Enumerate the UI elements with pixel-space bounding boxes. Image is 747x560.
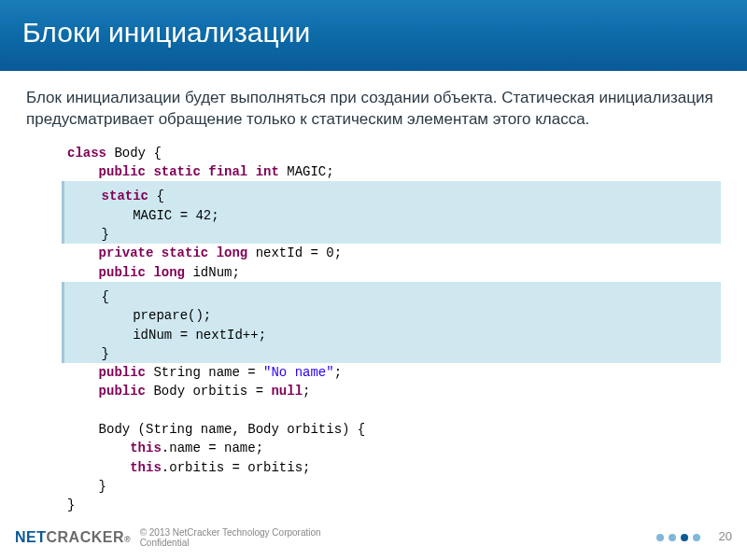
code-line-highlighted: } <box>62 225 721 244</box>
code-line-highlighted: { <box>62 287 721 306</box>
dot-icon <box>693 534 700 541</box>
logo-cracker: CRACKER <box>47 529 125 546</box>
copyright-line2: Confidential <box>140 538 321 548</box>
code-line: this.name = name; <box>67 439 721 457</box>
code-line: class Body { <box>67 144 721 162</box>
slide-title: Блоки инициализации <box>22 17 725 49</box>
dot-icon-active <box>681 534 688 541</box>
intro-text: Блок инициализации будет выполняться при… <box>26 88 721 131</box>
dot-icon <box>656 534 664 541</box>
code-line <box>67 401 721 420</box>
dot-icon <box>669 534 676 541</box>
code-line: } <box>67 477 721 496</box>
code-line: public long idNum; <box>67 263 721 282</box>
code-line-highlighted: prepare(); <box>62 306 721 325</box>
logo-net: NET <box>15 529 47 546</box>
code-line: } <box>67 496 721 514</box>
code-line-highlighted: MAGIC = 42; <box>62 206 721 225</box>
code-line-highlighted: static { <box>62 187 721 205</box>
slide-content: Блок инициализации будет выполняться при… <box>0 71 747 515</box>
logo-registered: ® <box>124 535 131 544</box>
code-line-highlighted: } <box>62 344 721 363</box>
code-line: this.orbitis = orbitis; <box>67 458 721 477</box>
code-line-highlighted: idNum = nextId++; <box>62 326 721 344</box>
code-line: public Body orbitis = null; <box>67 382 721 400</box>
copyright: © 2013 NetCracker Technology Corporation… <box>140 527 321 548</box>
title-bar: Блоки инициализации <box>0 0 747 71</box>
code-line: public static final int MAGIC; <box>67 162 721 181</box>
code-block: class Body { public static final int MAG… <box>26 144 721 515</box>
footer: NETCRACKER® © 2013 NetCracker Technology… <box>0 521 747 554</box>
code-line: private static long nextId = 0; <box>67 244 721 262</box>
logo: NETCRACKER® <box>15 529 131 546</box>
pagination-dots <box>656 534 700 541</box>
copyright-line1: © 2013 NetCracker Technology Corporation <box>140 527 321 538</box>
code-line: Body (String name, Body orbitis) { <box>67 420 721 439</box>
page-number: 20 <box>719 529 732 543</box>
code-line: public String name = "No name"; <box>67 363 721 382</box>
